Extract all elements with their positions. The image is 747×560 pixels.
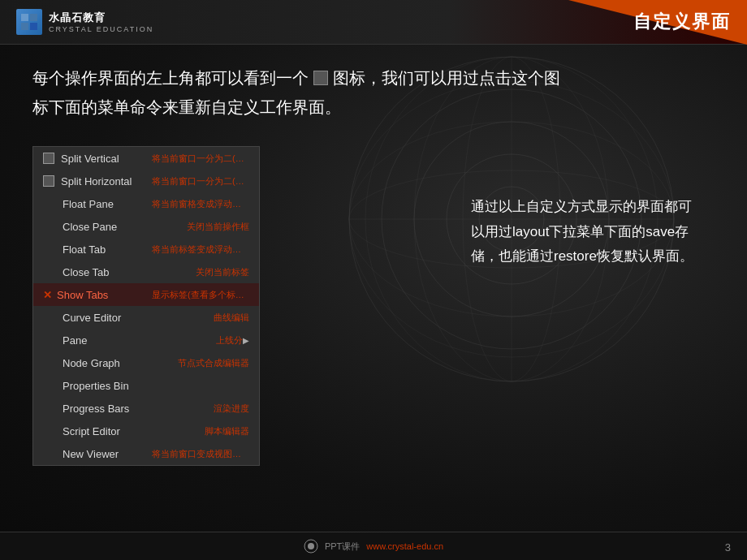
small-icon <box>313 71 328 85</box>
menu-sublabel-float-pane: 将当前窗格变成浮动窗格 <box>152 198 249 210</box>
svg-rect-14 <box>30 14 37 21</box>
menu-item-split-horizontal[interactable]: Split Horizontal 将当前窗口一分为二(水平分割) <box>33 170 259 192</box>
intro-line1: 每个操作界面的左上角都可以看到一个 <box>32 65 309 91</box>
menu-label-float-tab: Float Tab <box>63 243 145 256</box>
menu-arrow-pane: ▶ <box>243 336 249 345</box>
logo-text: 水晶石教育 CRYSTAL EDUCATION <box>49 11 153 33</box>
menu-label-close-pane: Close Pane <box>63 221 180 233</box>
menu-item-curve-editor[interactable]: Curve Editor 曲线编辑 <box>33 306 259 329</box>
menu-icon-split-vertical <box>43 153 54 164</box>
context-menu: Split Vertical 将当前窗口一分为二(垂直分割) Split Hor… <box>32 146 260 466</box>
menu-item-split-vertical[interactable]: Split Vertical 将当前窗口一分为二(垂直分割) <box>33 147 259 170</box>
footer-url: www.crystal-edu.cn <box>366 541 443 551</box>
footer-icon <box>304 539 318 554</box>
menu-sublabel-split-horizontal: 将当前窗口一分为二(水平分割) <box>152 175 249 187</box>
menu-label-node-graph: Node Graph <box>63 357 171 369</box>
menu-sublabel-progress-bars: 渲染进度 <box>214 403 249 415</box>
menu-label-properties-bin: Properties Bin <box>63 380 243 392</box>
menu-label-close-tab: Close Tab <box>63 266 189 278</box>
menu-item-properties-bin[interactable]: Properties Bin <box>33 374 259 397</box>
logo-cn: 水晶石教育 <box>49 11 153 25</box>
menu-item-node-graph[interactable]: Node Graph 节点式合成编辑器 <box>33 351 259 374</box>
page-title: 自定义界面 <box>633 10 731 34</box>
menu-sublabel-node-graph: 节点式合成编辑器 <box>178 357 249 369</box>
intro-text: 每个操作界面的左上角都可以看到一个 图标，我们可以用过点击这个图 标下面的菜单命… <box>32 65 715 120</box>
menu-label-float-pane: Float Pane <box>63 198 145 210</box>
menu-icon-split-horizontal <box>43 175 54 187</box>
menu-item-pane[interactable]: Pane 上线分 ▶ <box>33 329 259 351</box>
footer: PPT课件 www.crystal-edu.cn <box>0 532 747 560</box>
menu-sublabel-pane: 上线分 <box>216 334 243 347</box>
menu-item-close-pane[interactable]: Close Pane 关闭当前操作框 <box>33 215 259 238</box>
menu-sublabel-curve-editor: 曲线编辑 <box>214 312 249 324</box>
svg-point-18 <box>308 543 314 549</box>
menu-label-progress-bars: Progress Bars <box>63 403 207 415</box>
menu-item-script-editor[interactable]: Script Editor 脚本编辑器 <box>33 420 259 442</box>
menu-sublabel-float-tab: 将当前标签变成浮动窗格之 <box>152 243 249 256</box>
menu-sublabel-close-pane: 关闭当前操作框 <box>187 221 249 233</box>
menu-item-new-viewer[interactable]: New Viewer 将当前窗口变成视图窗口之一 <box>33 442 259 465</box>
menu-item-float-tab[interactable]: Float Tab 将当前标签变成浮动窗格之 <box>33 238 259 261</box>
menu-item-show-tabs[interactable]: ✕ Show Tabs 显示标签(查看多个标准 ■) <box>33 283 259 306</box>
logo-icon <box>16 9 42 35</box>
menu-x-show-tabs: ✕ <box>43 289 52 301</box>
logo-en: CRYSTAL EDUCATION <box>49 25 153 33</box>
footer-label: PPT课件 <box>325 541 360 553</box>
menu-sublabel-show-tabs: 显示标签(查看多个标准 ■) <box>152 289 249 301</box>
svg-rect-16 <box>30 23 37 30</box>
svg-rect-13 <box>21 14 28 21</box>
footer-logo <box>304 539 318 554</box>
menu-item-close-tab[interactable]: Close Tab 关闭当前标签 <box>33 261 259 283</box>
menu-label-split-vertical: Split Vertical <box>61 153 145 165</box>
menu-sublabel-new-viewer: 将当前窗口变成视图窗口之一 <box>152 448 249 460</box>
menu-item-float-pane[interactable]: Float Pane 将当前窗格变成浮动窗格 <box>33 192 259 215</box>
menu-sublabel-close-tab: 关闭当前标签 <box>196 266 249 278</box>
menu-label-pane: Pane <box>63 334 209 347</box>
menu-sublabel-script-editor: 脚本编辑器 <box>205 425 249 437</box>
menu-label-script-editor: Script Editor <box>63 425 198 437</box>
title-badge: 自定义界面 <box>568 0 747 45</box>
menu-label-show-tabs: Show Tabs <box>57 289 145 301</box>
menu-item-progress-bars[interactable]: Progress Bars 渲染进度 <box>33 397 259 420</box>
logo-area: 水晶石教育 CRYSTAL EDUCATION <box>16 9 153 35</box>
svg-rect-15 <box>21 23 28 30</box>
menu-label-split-horizontal: Split Horizontal <box>61 175 145 187</box>
menu-label-new-viewer: New Viewer <box>63 448 145 460</box>
intro-line3: 标下面的菜单命令来重新自定义工作界面。 <box>32 94 341 120</box>
right-info-block: 通过以上自定义方式显示的界面都可以用过layout下拉菜单下面的save存储，也… <box>471 195 698 269</box>
page-number: 3 <box>725 541 731 554</box>
intro-line2: 图标，我们可以用过点击这个图 <box>333 65 560 91</box>
menu-label-curve-editor: Curve Editor <box>63 312 207 324</box>
menu-sublabel-split-vertical: 将当前窗口一分为二(垂直分割) <box>152 153 249 165</box>
right-info-text: 通过以上自定义方式显示的界面都可以用过layout下拉菜单下面的save存储，也… <box>471 199 693 264</box>
